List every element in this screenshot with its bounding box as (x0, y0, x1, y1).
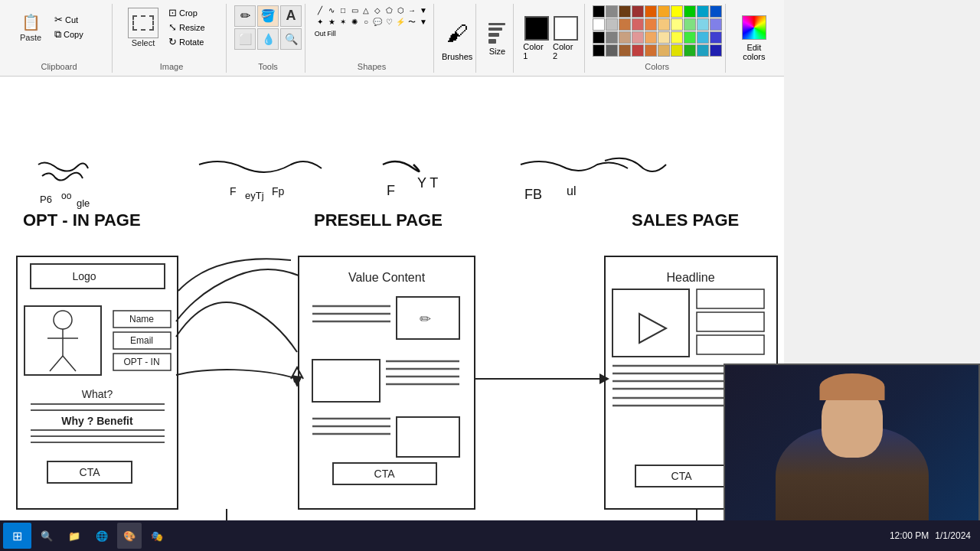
heart-shape[interactable]: ♡ (384, 17, 394, 28)
color-picker-button[interactable]: 💧 (257, 28, 279, 50)
palette-color-20[interactable] (593, 31, 605, 44)
search-button-taskbar[interactable]: 🔍 (34, 523, 59, 549)
copy-button[interactable]: ⧉ Copy (52, 28, 106, 41)
palette-color-38[interactable] (697, 44, 709, 57)
palette-color-13[interactable] (632, 18, 644, 31)
palette-color-33[interactable] (632, 44, 644, 57)
palette-color-30[interactable] (593, 44, 605, 57)
svg-text:PRESELL PAGE: PRESELL PAGE (314, 210, 443, 230)
brushes-button[interactable]: 🖌 (443, 15, 472, 52)
diamond-shape[interactable]: ◇ (372, 5, 383, 16)
star4-shape[interactable]: ✦ (315, 17, 325, 28)
media-icon: 🎭 (151, 530, 163, 542)
canvas-area[interactable]: P6 oo gle F eyTj Fp F Y T FB ul OPT - IN… (0, 77, 784, 531)
palette-color-27[interactable] (684, 31, 696, 44)
palette-color-32[interactable] (619, 44, 631, 57)
palette-color-17[interactable] (684, 18, 696, 31)
palette-color-8[interactable] (697, 5, 709, 18)
palette-color-35[interactable] (658, 44, 670, 57)
palette-color-10[interactable] (593, 18, 605, 31)
roundrect-shape[interactable]: ▭ (349, 5, 360, 16)
media-button[interactable]: 🎭 (145, 523, 169, 549)
lightning-shape[interactable]: ⚡ (395, 17, 406, 28)
palette-color-7[interactable] (684, 5, 696, 18)
line-shape[interactable]: ╱ (315, 5, 325, 16)
star5-shape[interactable]: ★ (326, 17, 337, 28)
palette-color-39[interactable] (710, 44, 722, 57)
svg-rect-14 (31, 264, 165, 289)
shapes-container: ╱ ∿ □ ▭ △ ◇ ⬠ ⬡ → ▼ ✦ ★ ✶ ✺ ○ 💬 ♡ ⚡ 〜 (315, 5, 429, 39)
size-display[interactable] (485, 20, 508, 47)
pencil-button[interactable]: ✏ (234, 5, 256, 27)
palette-color-3[interactable] (632, 5, 644, 18)
palette-color-26[interactable] (671, 31, 683, 44)
zoom-button[interactable]: 🔍 (280, 28, 302, 50)
palette-color-9[interactable] (710, 5, 722, 18)
browser-button[interactable]: 🌐 (90, 523, 114, 549)
fill-btn[interactable]: Fill (326, 28, 337, 39)
palette-color-11[interactable] (606, 18, 618, 31)
color2-swatch[interactable] (554, 16, 578, 41)
fill-button[interactable]: 🪣 (257, 5, 279, 27)
start-button[interactable]: ⊞ (3, 523, 31, 549)
palette-color-24[interactable] (645, 31, 657, 44)
palette-color-18[interactable] (697, 18, 709, 31)
shapes-label: Shapes (358, 59, 386, 71)
palette-color-6[interactable] (671, 5, 683, 18)
palette-color-14[interactable] (645, 18, 657, 31)
palette-color-19[interactable] (710, 18, 722, 31)
file-explorer-button[interactable]: 📁 (62, 523, 87, 549)
wave-shape[interactable]: 〜 (407, 17, 417, 28)
palette-color-5[interactable] (658, 5, 670, 18)
arrow-shape[interactable]: → (407, 5, 417, 16)
svg-text:✏: ✏ (420, 311, 431, 327)
outline-btn[interactable]: Out (315, 28, 325, 39)
palette-color-2[interactable] (619, 5, 631, 18)
palette-color-31[interactable] (606, 44, 618, 57)
ellipse-shape[interactable]: ○ (361, 17, 371, 28)
palette-color-15[interactable] (658, 18, 670, 31)
palette-color-12[interactable] (619, 18, 631, 31)
triangle-shape[interactable]: △ (361, 5, 371, 16)
palette-color-34[interactable] (645, 44, 657, 57)
more-shapes[interactable]: ▼ (418, 5, 429, 16)
palette-color-1[interactable] (606, 5, 618, 18)
color1-swatch[interactable] (524, 16, 549, 41)
rect-shape[interactable]: □ (338, 5, 348, 16)
curve-shape[interactable]: ∿ (326, 5, 337, 16)
svg-text:CTA: CTA (671, 470, 693, 482)
select-image-button[interactable]: Select (123, 5, 163, 50)
palette-color-28[interactable] (697, 31, 709, 44)
cut-button[interactable]: ✂ Cut (52, 13, 106, 26)
rotate-button[interactable]: ↻ Rotate (166, 35, 220, 48)
palette-color-16[interactable] (671, 18, 683, 31)
eraser-button[interactable]: ⬜ (234, 28, 256, 50)
callout-shape[interactable]: 💬 (372, 17, 383, 28)
crop-label: Crop (179, 8, 198, 18)
palette-color-4[interactable] (645, 5, 657, 18)
pentagon-shape[interactable]: ⬠ (384, 5, 394, 16)
svg-text:F: F (230, 185, 237, 197)
paste-button[interactable]: 📋 Paste (12, 5, 49, 50)
crop-button[interactable]: ⊡ Crop (166, 6, 220, 19)
crop-icon: ⊡ (168, 7, 177, 18)
palette-color-37[interactable] (684, 44, 696, 57)
palette-color-0[interactable] (593, 5, 605, 18)
palette-color-22[interactable] (619, 31, 631, 44)
resize-button[interactable]: ⤡ Resize (166, 21, 220, 34)
star6-shape[interactable]: ✶ (338, 17, 348, 28)
svg-text:gle: gle (77, 197, 90, 209)
palette-color-21[interactable] (606, 31, 618, 44)
palette-color-25[interactable] (658, 31, 670, 44)
svg-rect-61 (697, 335, 764, 354)
color2-box: Color 2 (553, 16, 580, 60)
palette-color-29[interactable] (710, 31, 722, 44)
paint-button-taskbar[interactable]: 🎨 (117, 523, 142, 549)
palette-color-36[interactable] (671, 44, 683, 57)
hexagon-shape[interactable]: ⬡ (395, 5, 406, 16)
burst4-shape[interactable]: ✺ (349, 17, 360, 28)
text-button[interactable]: A (280, 5, 302, 27)
more-shapes2[interactable]: ▼ (418, 17, 429, 28)
edit-colors-button[interactable]: Edit colors (730, 4, 778, 73)
palette-color-23[interactable] (632, 31, 644, 44)
